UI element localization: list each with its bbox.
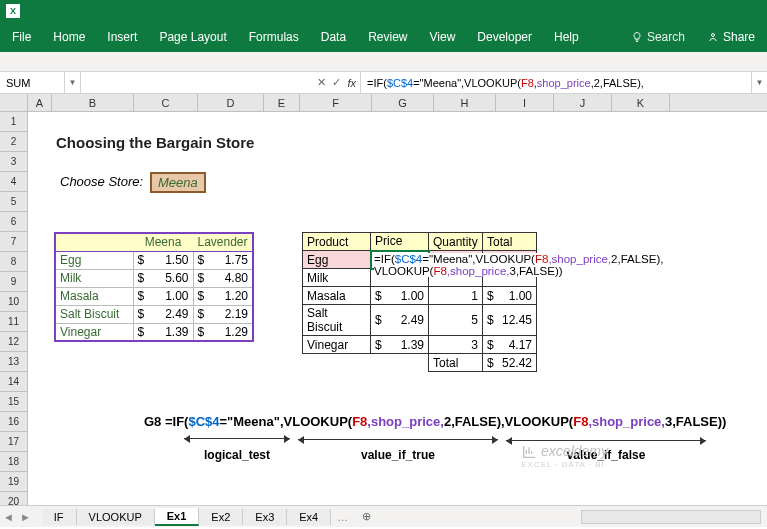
table-row: Masala$1.001$1.00 — [303, 287, 537, 305]
row-header[interactable]: 18 — [0, 452, 28, 472]
formula-explanation: G8 =IF($C$4="Meena",VLOOKUP(F8,shop_pric… — [144, 414, 726, 429]
col-header[interactable]: A — [28, 94, 52, 111]
row-header[interactable]: 4 — [0, 172, 28, 192]
table-row: Vinegar$1.39$1.29 — [55, 323, 253, 341]
col-header[interactable]: D — [198, 94, 264, 111]
tab-page-layout[interactable]: Page Layout — [159, 30, 226, 44]
excel-icon: X — [6, 4, 20, 18]
row-header[interactable]: 7 — [0, 232, 28, 252]
page-title: Choosing the Bargain Store — [56, 134, 254, 151]
watermark: exceldemy EXCEL · DATA · BI — [521, 443, 608, 469]
row-header[interactable]: 12 — [0, 332, 28, 352]
tab-developer[interactable]: Developer — [477, 30, 532, 44]
col-lavender: Lavender — [193, 233, 253, 251]
table-row: Salt Biscuit$2.49$2.19 — [55, 305, 253, 323]
label-logical-test: logical_test — [184, 448, 290, 462]
tab-view[interactable]: View — [430, 30, 456, 44]
row-header[interactable]: 16 — [0, 412, 28, 432]
row-headers: 1 2 3 4 5 6 7 8 9 10 11 12 13 14 15 16 1… — [0, 112, 28, 512]
name-box[interactable]: SUM — [0, 72, 65, 93]
row-header[interactable]: 6 — [0, 212, 28, 232]
sheet-tab[interactable]: Ex4 — [287, 509, 331, 525]
th-total: Total — [483, 233, 537, 251]
sheet-tab[interactable]: IF — [42, 509, 77, 525]
title-bar: X — [0, 0, 767, 22]
arrow-value-if-false — [506, 440, 706, 441]
col-header[interactable]: E — [264, 94, 300, 111]
sheet-tabs: ◄ ► IF VLOOKUP Ex1 Ex2 Ex3 Ex4 … ⊕ — [0, 505, 767, 527]
column-headers: A B C D E F G H I J K — [0, 94, 767, 112]
share-label: Share — [723, 30, 755, 44]
ribbon-body — [0, 52, 767, 72]
choose-store-label: Choose Store: — [60, 174, 143, 189]
lightbulb-icon — [631, 31, 643, 43]
row-header[interactable]: 5 — [0, 192, 28, 212]
tab-data[interactable]: Data — [321, 30, 346, 44]
table-row: Vinegar$1.393$4.17 — [303, 336, 537, 354]
sheet-tab[interactable]: Ex3 — [243, 509, 287, 525]
col-header[interactable]: H — [434, 94, 496, 111]
th-qty: Quantity — [429, 233, 483, 251]
choose-store-value[interactable]: Meena — [150, 172, 206, 193]
col-header[interactable]: F — [300, 94, 372, 111]
row-header[interactable]: 13 — [0, 352, 28, 372]
col-header[interactable]: J — [554, 94, 612, 111]
tab-nav-prev[interactable]: ◄ — [0, 511, 17, 523]
col-header[interactable]: I — [496, 94, 554, 111]
col-header[interactable]: C — [134, 94, 198, 111]
tab-home[interactable]: Home — [53, 30, 85, 44]
col-header[interactable]: B — [52, 94, 134, 111]
arrow-value-if-true — [298, 439, 498, 440]
tab-file[interactable]: File — [12, 30, 31, 44]
table-row: Masala$1.00$1.20 — [55, 287, 253, 305]
share-icon — [707, 31, 719, 43]
enter-icon[interactable]: ✓ — [332, 76, 341, 89]
col-header[interactable]: G — [372, 94, 434, 111]
formula-bar-row: SUM ▼ ✕ ✓ fx =IF($C$4="Meena",VLOOKUP(F8… — [0, 72, 767, 94]
search-box[interactable]: Search — [631, 30, 685, 44]
row-header[interactable]: 2 — [0, 132, 28, 152]
search-label: Search — [647, 30, 685, 44]
worksheet-area[interactable]: Choosing the Bargain Store Choose Store:… — [28, 112, 728, 507]
row-header[interactable]: 15 — [0, 392, 28, 412]
formula-controls: ✕ ✓ fx — [81, 72, 361, 93]
share-button[interactable]: Share — [707, 30, 755, 44]
cancel-icon[interactable]: ✕ — [317, 76, 326, 89]
row-header[interactable]: 8 — [0, 252, 28, 272]
table-row-total: Total$52.42 — [303, 354, 537, 372]
add-sheet-button[interactable]: ⊕ — [354, 510, 379, 523]
row-header[interactable]: 1 — [0, 112, 28, 132]
table-row: Egg$1.50$1.75 — [55, 251, 253, 269]
tab-help[interactable]: Help — [554, 30, 579, 44]
row-header[interactable]: 14 — [0, 372, 28, 392]
row-header[interactable]: 11 — [0, 312, 28, 332]
chart-icon — [521, 444, 537, 460]
col-meena: Meena — [133, 233, 193, 251]
svg-point-0 — [711, 34, 714, 37]
sheet-tab[interactable]: Ex2 — [199, 509, 243, 525]
col-header[interactable]: K — [612, 94, 670, 111]
arrow-logical-test — [184, 438, 290, 439]
select-all-corner[interactable] — [0, 94, 28, 111]
horizontal-scrollbar[interactable] — [581, 510, 761, 524]
tab-nav-next[interactable]: ► — [17, 511, 34, 523]
tab-review[interactable]: Review — [368, 30, 407, 44]
row-header[interactable]: 17 — [0, 432, 28, 452]
row-header[interactable]: 10 — [0, 292, 28, 312]
row-header[interactable]: 19 — [0, 472, 28, 492]
table-row: Salt Biscuit$2.495$12.45 — [303, 305, 537, 336]
row-header[interactable]: 9 — [0, 272, 28, 292]
sheet-tab[interactable]: VLOOKUP — [77, 509, 155, 525]
formula-expand[interactable]: ▼ — [751, 72, 767, 93]
formula-tooltip: =IF($C$4="Meena",VLOOKUP(F8,shop_price,2… — [374, 253, 663, 277]
ribbon-tabs: File Home Insert Page Layout Formulas Da… — [0, 22, 767, 52]
fx-icon[interactable]: fx — [347, 77, 356, 89]
price-comparison-table: MeenaLavender Egg$1.50$1.75 Milk$5.60$4.… — [54, 232, 254, 342]
sheet-tab-active[interactable]: Ex1 — [155, 508, 200, 526]
row-header[interactable]: 3 — [0, 152, 28, 172]
name-box-dropdown[interactable]: ▼ — [65, 72, 81, 93]
formula-bar-input[interactable]: =IF($C$4="Meena",VLOOKUP(F8,shop_price,2… — [361, 72, 751, 93]
tab-formulas[interactable]: Formulas — [249, 30, 299, 44]
table-row: Milk$5.60$4.80 — [55, 269, 253, 287]
tab-insert[interactable]: Insert — [107, 30, 137, 44]
